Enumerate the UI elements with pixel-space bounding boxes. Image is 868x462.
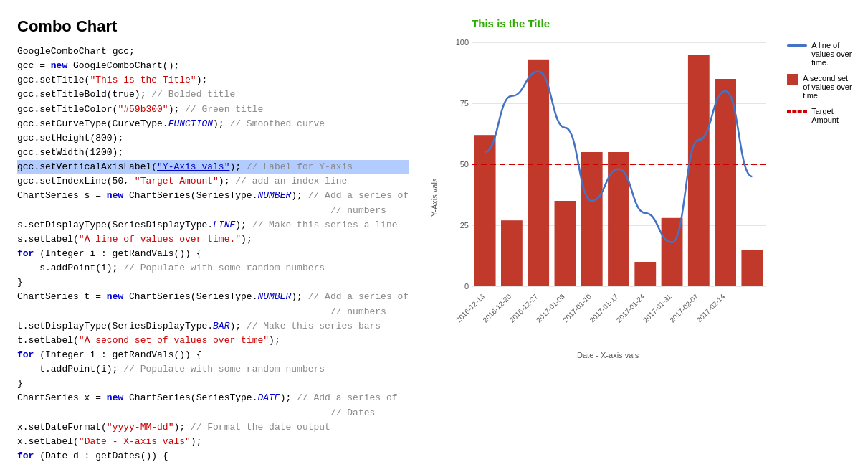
code-token: } bbox=[17, 378, 23, 389]
code-token: new bbox=[107, 392, 123, 403]
code-token: "A second set of values over time" bbox=[79, 335, 269, 346]
code-token: gcc = bbox=[17, 60, 51, 71]
code-token: gcc; bbox=[107, 46, 135, 57]
code-line: t.addPoint(i); // Populate with some ran… bbox=[17, 362, 409, 377]
code-token: ); bbox=[291, 291, 307, 302]
code-token: // numbers bbox=[330, 205, 386, 216]
code-token: s.addPoint(i); bbox=[17, 263, 123, 273]
code-token: (Integer i : getRandVals()) { bbox=[34, 349, 201, 360]
code-token: "A line of values over time." bbox=[79, 234, 241, 245]
code-line: // numbers bbox=[17, 305, 409, 319]
code-token: ); bbox=[173, 422, 190, 433]
code-token: // Populate with some random numbers bbox=[123, 263, 325, 273]
code-token: ChartSeries(SeriesType. bbox=[123, 392, 257, 403]
code-panel: Combo Chart GoogleComboChart gcc;gcc = n… bbox=[11, 11, 414, 462]
svg-rect-16 bbox=[634, 262, 656, 286]
code-token: ChartSeries s = bbox=[17, 190, 107, 201]
code-token: ); bbox=[269, 335, 280, 346]
code-line: t.setDisplayType(SeriesDisplayType.BAR);… bbox=[17, 319, 409, 334]
code-token: ); bbox=[229, 161, 246, 172]
code-token: GoogleComboChart(); bbox=[67, 60, 179, 71]
legend-item-line: A line of values over time. bbox=[787, 41, 857, 67]
code-line: // Dates bbox=[17, 406, 409, 420]
code-token: x.setDateFormat( bbox=[17, 422, 107, 433]
code-token: gcc.setHeight(800); bbox=[17, 133, 123, 143]
code-line: for (Integer i : getRandVals()) { bbox=[17, 247, 409, 261]
code-line: x.setLabel("Date - X-axis vals"); bbox=[17, 435, 409, 449]
code-line: gcc.setTitleBold(true); // Bolded title bbox=[17, 88, 409, 102]
code-token: ); bbox=[196, 75, 208, 85]
code-token: "Target Amount" bbox=[135, 176, 219, 187]
code-token: ); bbox=[280, 392, 297, 403]
chart-svg-container: 02550751002016-12-132016-12-202016-12-27… bbox=[443, 35, 773, 346]
code-line: for (Date d : getDates()) { bbox=[17, 449, 409, 462]
code-token: "#59b300" bbox=[118, 104, 168, 115]
code-token: (Integer i : getRandVals()) { bbox=[34, 248, 201, 259]
chart-legend: A line of values over time. A second set… bbox=[781, 35, 857, 359]
chart-title: This is the Title bbox=[472, 17, 857, 29]
svg-text:25: 25 bbox=[460, 221, 469, 230]
code-token: // Make this series a line bbox=[252, 220, 398, 230]
code-token: } bbox=[17, 277, 23, 288]
legend-bar-label: A second set of values over time bbox=[803, 74, 857, 100]
code-token: // Smoothed curve bbox=[229, 118, 325, 129]
legend-item-dashed: Target Amount bbox=[787, 107, 857, 124]
code-token: NUMBER bbox=[257, 291, 291, 302]
code-line: gcc.setTitle("This is the Title"); bbox=[17, 73, 409, 88]
code-line: gcc.setHeight(800); bbox=[17, 131, 409, 146]
svg-rect-19 bbox=[715, 79, 736, 286]
chart-area: Y-Axis vals 02550751002016-12-132016-12-… bbox=[429, 35, 857, 359]
code-line: } bbox=[17, 377, 409, 391]
code-token: // Label for Y-axis bbox=[247, 161, 353, 172]
legend-bar-icon bbox=[787, 74, 798, 85]
code-token: gcc.setTitleBold(true); bbox=[17, 89, 151, 100]
code-token: ); bbox=[219, 176, 235, 187]
code-line: t.setLabel("A second set of values over … bbox=[17, 334, 409, 348]
svg-rect-13 bbox=[555, 201, 576, 286]
code-token: s.setDisplayType(SeriesDisplayType. bbox=[17, 220, 213, 230]
code-line: s.setLabel("A line of values over time."… bbox=[17, 232, 409, 247]
code-token bbox=[17, 306, 330, 317]
code-token: gcc.setTitle( bbox=[17, 75, 90, 85]
code-token bbox=[17, 407, 330, 418]
code-token: ChartSeries x = bbox=[17, 392, 107, 403]
code-token: gcc.setCurveType(CurveType. bbox=[17, 118, 168, 129]
legend-dashed-label: Target Amount bbox=[811, 107, 857, 124]
code-token: "Date - X-axis vals" bbox=[79, 436, 191, 447]
code-line: ChartSeries t = new ChartSeries(SeriesTy… bbox=[17, 290, 409, 304]
code-token: // Populate with some random numbers bbox=[123, 364, 325, 374]
code-token: "This is the Title" bbox=[90, 75, 196, 85]
code-token: ); bbox=[229, 321, 246, 331]
code-token: t.addPoint(i); bbox=[17, 364, 123, 374]
code-token: LINE bbox=[213, 220, 235, 230]
code-token: NUMBER bbox=[257, 190, 291, 201]
code-line: x.setDateFormat("yyyy-MM-dd"); // Format… bbox=[17, 420, 409, 435]
code-token: gcc.setWidth(1200); bbox=[17, 147, 123, 158]
code-line: gcc.setCurveType(CurveType.FUNCTION); //… bbox=[17, 117, 409, 131]
code-token: ); bbox=[168, 104, 185, 115]
svg-text:100: 100 bbox=[456, 38, 469, 47]
code-token: ); bbox=[291, 190, 307, 201]
code-line: gcc.setVerticalAxisLabel("Y-Axis vals");… bbox=[17, 160, 409, 174]
code-line: ChartSeries s = new ChartSeries(SeriesTy… bbox=[17, 189, 409, 203]
chart-plot-area: 02550751002016-12-132016-12-202016-12-27… bbox=[443, 35, 773, 359]
code-token: s.setLabel( bbox=[17, 234, 79, 245]
code-token: t.setDisplayType(SeriesDisplayType. bbox=[17, 321, 213, 331]
code-token bbox=[17, 205, 330, 216]
code-line: gcc = new GoogleComboChart(); bbox=[17, 59, 409, 73]
code-token: t.setLabel( bbox=[17, 335, 79, 346]
code-line: // numbers bbox=[17, 204, 409, 218]
code-token: // Green title bbox=[185, 104, 263, 115]
chart-svg: 02550751002016-12-132016-12-202016-12-27… bbox=[443, 35, 773, 344]
svg-text:2017-02-14: 2017-02-14 bbox=[695, 292, 727, 324]
svg-rect-18 bbox=[688, 55, 710, 286]
code-token: new bbox=[107, 190, 123, 201]
code-line: gcc.setWidth(1200); bbox=[17, 146, 409, 160]
code-token: // numbers bbox=[330, 306, 386, 317]
code-block: GoogleComboChart gcc;gcc = new GoogleCom… bbox=[17, 44, 409, 462]
svg-rect-14 bbox=[581, 152, 603, 286]
svg-rect-12 bbox=[528, 60, 549, 286]
code-token: // add an index line bbox=[235, 176, 347, 187]
code-token: // Make this series bars bbox=[247, 321, 381, 331]
chart-panel: This is the Title Y-Axis vals 0255075100… bbox=[429, 11, 857, 462]
